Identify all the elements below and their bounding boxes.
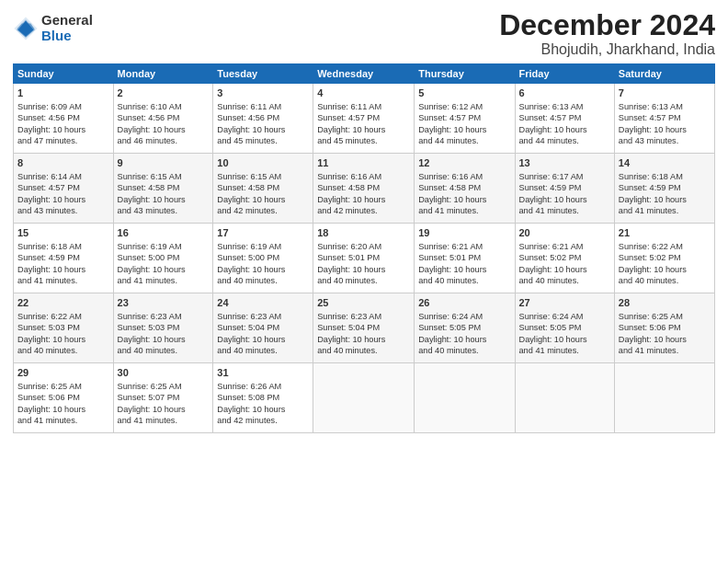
title-block: December 2024 Bhojudih, Jharkhand, India — [499, 9, 715, 58]
calendar-cell: 25Sunrise: 6:23 AMSunset: 5:04 PMDayligh… — [313, 293, 415, 363]
day-info-line: Daylight: 10 hours — [217, 334, 309, 345]
day-info-line: Sunset: 4:56 PM — [17, 112, 109, 123]
day-info-line: Sunrise: 6:19 AM — [118, 241, 210, 252]
day-info-line: and 44 minutes. — [519, 135, 610, 146]
week-row-1: 1Sunrise: 6:09 AMSunset: 4:56 PMDaylight… — [14, 84, 715, 154]
day-info-line: Daylight: 10 hours — [418, 194, 510, 205]
weekday-header-thursday: Thursday — [415, 64, 515, 84]
day-info-line: and 46 minutes. — [118, 135, 210, 146]
calendar-cell: 13Sunrise: 6:17 AMSunset: 4:59 PMDayligh… — [515, 154, 614, 224]
day-info-line: Sunset: 5:05 PM — [418, 322, 510, 333]
day-info-line: Daylight: 10 hours — [519, 194, 610, 205]
day-info-line: and 42 minutes. — [217, 205, 309, 216]
day-info-line: Sunset: 5:05 PM — [519, 322, 610, 333]
day-number: 19 — [418, 226, 510, 240]
day-info-line: Sunrise: 6:24 AM — [418, 311, 510, 322]
day-info-line: Sunrise: 6:17 AM — [519, 171, 610, 182]
day-info-line: Sunrise: 6:26 AM — [217, 381, 309, 392]
calendar-cell: 28Sunrise: 6:25 AMSunset: 5:06 PMDayligh… — [614, 293, 714, 363]
day-number: 20 — [519, 226, 610, 240]
day-info-line: and 45 minutes. — [217, 135, 309, 146]
day-info-line: and 40 minutes. — [418, 275, 510, 286]
calendar-cell: 3Sunrise: 6:11 AMSunset: 4:56 PMDaylight… — [213, 84, 313, 154]
day-info-line: Daylight: 10 hours — [619, 264, 711, 275]
day-info-line: Daylight: 10 hours — [418, 124, 510, 135]
day-info-line: and 41 minutes. — [118, 275, 210, 286]
day-info-line: Sunrise: 6:11 AM — [317, 101, 410, 112]
calendar-cell: 26Sunrise: 6:24 AMSunset: 5:05 PMDayligh… — [415, 293, 515, 363]
calendar-cell: 19Sunrise: 6:21 AMSunset: 5:01 PMDayligh… — [415, 224, 515, 293]
day-info-line: Sunset: 4:58 PM — [317, 182, 410, 193]
logo-general: General — [41, 13, 93, 29]
day-info-line: Daylight: 10 hours — [217, 404, 309, 415]
day-info-line: and 44 minutes. — [418, 135, 510, 146]
day-number: 15 — [17, 226, 109, 240]
day-info-line: Sunset: 5:01 PM — [418, 252, 510, 263]
day-info-line: Sunrise: 6:18 AM — [619, 171, 711, 182]
calendar-cell: 23Sunrise: 6:23 AMSunset: 5:03 PMDayligh… — [113, 293, 213, 363]
day-info-line: Sunset: 4:59 PM — [619, 182, 711, 193]
logo-icon — [13, 16, 39, 41]
day-info-line: Daylight: 10 hours — [17, 404, 109, 415]
day-number: 26 — [418, 296, 510, 310]
day-info-line: Sunrise: 6:22 AM — [17, 311, 109, 322]
weekday-header-tuesday: Tuesday — [213, 64, 313, 84]
day-info-line: Daylight: 10 hours — [619, 194, 711, 205]
calendar-cell: 6Sunrise: 6:13 AMSunset: 4:57 PMDaylight… — [515, 84, 614, 154]
day-number: 30 — [118, 366, 210, 380]
day-info-line: and 41 minutes. — [17, 415, 109, 426]
day-info-line: and 40 minutes. — [418, 345, 510, 356]
day-info-line: Sunrise: 6:11 AM — [217, 101, 309, 112]
day-number: 5 — [418, 86, 510, 100]
day-info-line: and 41 minutes. — [519, 345, 610, 356]
day-info-line: Sunset: 5:04 PM — [317, 322, 410, 333]
day-info-line: Sunrise: 6:23 AM — [217, 311, 309, 322]
day-info-line: Sunset: 4:58 PM — [418, 182, 510, 193]
day-info-line: Daylight: 10 hours — [619, 124, 711, 135]
calendar-cell: 31Sunrise: 6:26 AMSunset: 5:08 PMDayligh… — [213, 363, 313, 433]
calendar-cell: 24Sunrise: 6:23 AMSunset: 5:04 PMDayligh… — [213, 293, 313, 363]
day-number: 13 — [519, 156, 610, 170]
day-info-line: and 47 minutes. — [17, 135, 109, 146]
calendar-cell: 7Sunrise: 6:13 AMSunset: 4:57 PMDaylight… — [614, 84, 714, 154]
day-info-line: and 41 minutes. — [118, 415, 210, 426]
day-info-line: Sunset: 5:00 PM — [118, 252, 210, 263]
day-info-line: Sunset: 5:02 PM — [519, 252, 610, 263]
day-info-line: Daylight: 10 hours — [317, 194, 410, 205]
day-info-line: Sunset: 5:02 PM — [619, 252, 711, 263]
day-number: 6 — [519, 86, 610, 100]
logo-blue: Blue — [41, 29, 93, 44]
calendar-cell: 8Sunrise: 6:14 AMSunset: 4:57 PMDaylight… — [14, 154, 114, 224]
calendar-cell — [614, 363, 714, 433]
calendar-cell: 14Sunrise: 6:18 AMSunset: 4:59 PMDayligh… — [614, 154, 714, 224]
weekday-header-friday: Friday — [515, 64, 614, 84]
day-info-line: Daylight: 10 hours — [519, 334, 610, 345]
calendar-cell: 2Sunrise: 6:10 AMSunset: 4:56 PMDaylight… — [113, 84, 213, 154]
day-info-line: Sunrise: 6:25 AM — [118, 381, 210, 392]
day-info-line: and 41 minutes. — [17, 275, 109, 286]
day-info-line: Sunrise: 6:16 AM — [418, 171, 510, 182]
day-info-line: Daylight: 10 hours — [17, 194, 109, 205]
day-info-line: and 42 minutes. — [317, 205, 410, 216]
day-info-line: Daylight: 10 hours — [17, 334, 109, 345]
day-number: 18 — [317, 226, 410, 240]
day-info-line: Sunrise: 6:25 AM — [17, 381, 109, 392]
day-info-line: and 40 minutes. — [317, 275, 410, 286]
day-number: 1 — [17, 86, 109, 100]
day-info-line: Sunset: 5:01 PM — [317, 252, 410, 263]
day-info-line: Sunset: 4:56 PM — [118, 112, 210, 123]
day-info-line: Sunset: 5:03 PM — [17, 322, 109, 333]
day-info-line: Daylight: 10 hours — [17, 264, 109, 275]
day-info-line: Sunrise: 6:22 AM — [619, 241, 711, 252]
day-number: 12 — [418, 156, 510, 170]
day-info-line: Daylight: 10 hours — [118, 264, 210, 275]
day-info-line: Sunrise: 6:13 AM — [519, 101, 610, 112]
day-number: 10 — [217, 156, 309, 170]
day-info-line: and 41 minutes. — [519, 205, 610, 216]
day-info-line: Daylight: 10 hours — [317, 264, 410, 275]
day-number: 29 — [17, 366, 109, 380]
day-info-line: Sunset: 4:58 PM — [217, 182, 309, 193]
day-number: 25 — [317, 296, 410, 310]
day-info-line: Sunrise: 6:12 AM — [418, 101, 510, 112]
day-number: 4 — [317, 86, 410, 100]
